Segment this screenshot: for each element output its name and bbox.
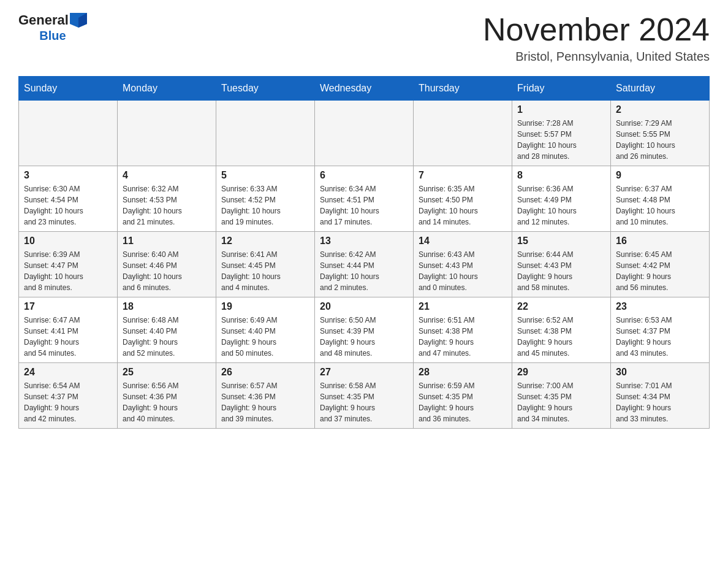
- day-cell: 22Sunrise: 6:52 AM Sunset: 4:38 PM Dayli…: [512, 297, 611, 363]
- day-cell: [216, 101, 315, 166]
- day-cell: [414, 101, 512, 166]
- header-friday: Friday: [512, 77, 611, 101]
- day-info: Sunrise: 6:49 AM Sunset: 4:40 PM Dayligh…: [221, 315, 309, 359]
- day-cell: 17Sunrise: 6:47 AM Sunset: 4:41 PM Dayli…: [19, 297, 118, 363]
- day-cell: 20Sunrise: 6:50 AM Sunset: 4:39 PM Dayli…: [315, 297, 414, 363]
- calendar-table: SundayMondayTuesdayWednesdayThursdayFrid…: [18, 76, 710, 429]
- day-info: Sunrise: 6:50 AM Sunset: 4:39 PM Dayligh…: [320, 315, 408, 359]
- day-number: 8: [517, 170, 605, 181]
- day-info: Sunrise: 6:45 AM Sunset: 4:42 PM Dayligh…: [616, 249, 704, 293]
- day-cell: 8Sunrise: 6:36 AM Sunset: 4:49 PM Daylig…: [512, 166, 611, 232]
- logo-general: General: [18, 12, 69, 28]
- month-title: November 2024: [483, 12, 710, 47]
- day-cell: [118, 101, 216, 166]
- day-info: Sunrise: 6:42 AM Sunset: 4:44 PM Dayligh…: [320, 249, 408, 293]
- day-number: 17: [24, 301, 112, 312]
- day-info: Sunrise: 6:44 AM Sunset: 4:43 PM Dayligh…: [517, 249, 605, 293]
- day-info: Sunrise: 7:01 AM Sunset: 4:34 PM Dayligh…: [616, 380, 704, 424]
- day-cell: 27Sunrise: 6:58 AM Sunset: 4:35 PM Dayli…: [315, 363, 414, 429]
- day-cell: 28Sunrise: 6:59 AM Sunset: 4:35 PM Dayli…: [414, 363, 512, 429]
- day-cell: 13Sunrise: 6:42 AM Sunset: 4:44 PM Dayli…: [315, 232, 414, 297]
- day-cell: 23Sunrise: 6:53 AM Sunset: 4:37 PM Dayli…: [611, 297, 710, 363]
- week-row-1: 1Sunrise: 7:28 AM Sunset: 5:57 PM Daylig…: [19, 101, 710, 166]
- logo-icon: [70, 13, 87, 28]
- day-number: 5: [221, 170, 309, 181]
- header-sunday: Sunday: [19, 77, 118, 101]
- day-number: 2: [616, 104, 704, 115]
- header-monday: Monday: [118, 77, 216, 101]
- day-cell: 3Sunrise: 6:30 AM Sunset: 4:54 PM Daylig…: [19, 166, 118, 232]
- day-cell: 15Sunrise: 6:44 AM Sunset: 4:43 PM Dayli…: [512, 232, 611, 297]
- day-cell: 18Sunrise: 6:48 AM Sunset: 4:40 PM Dayli…: [118, 297, 216, 363]
- day-number: 13: [320, 236, 408, 247]
- day-info: Sunrise: 6:54 AM Sunset: 4:37 PM Dayligh…: [24, 380, 112, 424]
- day-number: 4: [123, 170, 211, 181]
- day-cell: 10Sunrise: 6:39 AM Sunset: 4:47 PM Dayli…: [19, 232, 118, 297]
- header-row: SundayMondayTuesdayWednesdayThursdayFrid…: [19, 77, 710, 101]
- day-info: Sunrise: 6:36 AM Sunset: 4:49 PM Dayligh…: [517, 183, 605, 228]
- page-header: General Blue November 2024 Bristol, Penn…: [18, 12, 710, 64]
- day-cell: 1Sunrise: 7:28 AM Sunset: 5:57 PM Daylig…: [512, 101, 611, 166]
- day-info: Sunrise: 6:41 AM Sunset: 4:45 PM Dayligh…: [221, 249, 309, 293]
- day-number: 30: [616, 367, 704, 378]
- day-number: 25: [123, 367, 211, 378]
- day-cell: 11Sunrise: 6:40 AM Sunset: 4:46 PM Dayli…: [118, 232, 216, 297]
- location-title: Bristol, Pennsylvania, United States: [483, 50, 710, 64]
- header-tuesday: Tuesday: [216, 77, 315, 101]
- day-info: Sunrise: 6:39 AM Sunset: 4:47 PM Dayligh…: [24, 249, 112, 293]
- day-info: Sunrise: 6:35 AM Sunset: 4:50 PM Dayligh…: [419, 183, 507, 228]
- week-row-2: 3Sunrise: 6:30 AM Sunset: 4:54 PM Daylig…: [19, 166, 710, 232]
- day-info: Sunrise: 6:52 AM Sunset: 4:38 PM Dayligh…: [517, 315, 605, 359]
- day-info: Sunrise: 7:28 AM Sunset: 5:57 PM Dayligh…: [517, 118, 605, 162]
- day-number: 15: [517, 236, 605, 247]
- day-number: 28: [419, 367, 507, 378]
- day-info: Sunrise: 6:32 AM Sunset: 4:53 PM Dayligh…: [123, 183, 211, 228]
- day-cell: 19Sunrise: 6:49 AM Sunset: 4:40 PM Dayli…: [216, 297, 315, 363]
- day-number: 18: [123, 301, 211, 312]
- day-number: 9: [616, 170, 704, 181]
- day-number: 21: [419, 301, 507, 312]
- day-cell: 4Sunrise: 6:32 AM Sunset: 4:53 PM Daylig…: [118, 166, 216, 232]
- day-info: Sunrise: 6:47 AM Sunset: 4:41 PM Dayligh…: [24, 315, 112, 359]
- day-info: Sunrise: 6:48 AM Sunset: 4:40 PM Dayligh…: [123, 315, 211, 359]
- day-cell: 30Sunrise: 7:01 AM Sunset: 4:34 PM Dayli…: [611, 363, 710, 429]
- day-number: 22: [517, 301, 605, 312]
- day-info: Sunrise: 6:34 AM Sunset: 4:51 PM Dayligh…: [320, 183, 408, 228]
- week-row-3: 10Sunrise: 6:39 AM Sunset: 4:47 PM Dayli…: [19, 232, 710, 297]
- day-info: Sunrise: 6:57 AM Sunset: 4:36 PM Dayligh…: [221, 380, 309, 424]
- day-number: 24: [24, 367, 112, 378]
- day-cell: 24Sunrise: 6:54 AM Sunset: 4:37 PM Dayli…: [19, 363, 118, 429]
- title-area: November 2024 Bristol, Pennsylvania, Uni…: [483, 12, 710, 64]
- day-number: 19: [221, 301, 309, 312]
- day-cell: 26Sunrise: 6:57 AM Sunset: 4:36 PM Dayli…: [216, 363, 315, 429]
- day-info: Sunrise: 6:37 AM Sunset: 4:48 PM Dayligh…: [616, 183, 704, 228]
- day-cell: 14Sunrise: 6:43 AM Sunset: 4:43 PM Dayli…: [414, 232, 512, 297]
- day-number: 7: [419, 170, 507, 181]
- day-number: 11: [123, 236, 211, 247]
- logo: General Blue: [18, 12, 87, 43]
- day-cell: 29Sunrise: 7:00 AM Sunset: 4:35 PM Dayli…: [512, 363, 611, 429]
- day-info: Sunrise: 6:30 AM Sunset: 4:54 PM Dayligh…: [24, 183, 112, 228]
- day-cell: 5Sunrise: 6:33 AM Sunset: 4:52 PM Daylig…: [216, 166, 315, 232]
- day-number: 26: [221, 367, 309, 378]
- day-number: 6: [320, 170, 408, 181]
- day-cell: [19, 101, 118, 166]
- day-cell: 2Sunrise: 7:29 AM Sunset: 5:55 PM Daylig…: [611, 101, 710, 166]
- day-info: Sunrise: 6:56 AM Sunset: 4:36 PM Dayligh…: [123, 380, 211, 424]
- day-cell: 21Sunrise: 6:51 AM Sunset: 4:38 PM Dayli…: [414, 297, 512, 363]
- day-info: Sunrise: 6:43 AM Sunset: 4:43 PM Dayligh…: [419, 249, 507, 293]
- day-number: 10: [24, 236, 112, 247]
- day-cell: [315, 101, 414, 166]
- day-info: Sunrise: 6:40 AM Sunset: 4:46 PM Dayligh…: [123, 249, 211, 293]
- day-number: 20: [320, 301, 408, 312]
- header-wednesday: Wednesday: [315, 77, 414, 101]
- day-number: 3: [24, 170, 112, 181]
- week-row-5: 24Sunrise: 6:54 AM Sunset: 4:37 PM Dayli…: [19, 363, 710, 429]
- day-info: Sunrise: 6:53 AM Sunset: 4:37 PM Dayligh…: [616, 315, 704, 359]
- day-info: Sunrise: 6:51 AM Sunset: 4:38 PM Dayligh…: [419, 315, 507, 359]
- day-info: Sunrise: 7:00 AM Sunset: 4:35 PM Dayligh…: [517, 380, 605, 424]
- day-cell: 25Sunrise: 6:56 AM Sunset: 4:36 PM Dayli…: [118, 363, 216, 429]
- header-saturday: Saturday: [611, 77, 710, 101]
- day-number: 23: [616, 301, 704, 312]
- day-number: 16: [616, 236, 704, 247]
